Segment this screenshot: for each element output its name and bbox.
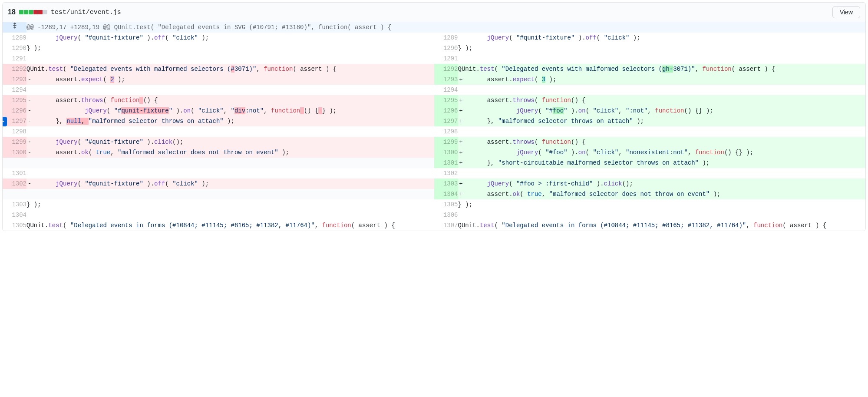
code-old[interactable] [26, 53, 434, 64]
code-new[interactable]: + jQuery( "#foo" ).on( "click", "nonexis… [458, 147, 866, 158]
diff-row: 1289 jQuery( "#qunit-fixture" ).off( "cl… [3, 33, 865, 43]
line-number-new[interactable]: 1290 [434, 43, 458, 53]
diff-row: 1292-QUnit.test( "Delegated events with … [3, 64, 865, 74]
code-old[interactable] [26, 210, 434, 220]
line-number-old[interactable]: 1301 [3, 168, 26, 179]
line-number-new[interactable]: 1298 [434, 126, 458, 137]
view-button[interactable]: View [832, 6, 860, 18]
line-number-old[interactable] [3, 158, 26, 168]
code-old[interactable]: } ); [26, 199, 434, 210]
diffstat-block [19, 10, 23, 14]
code-old[interactable]: - jQuery( "#qunit-fixture" ).click(); [26, 137, 434, 147]
code-old[interactable]: - jQuery( "#qunit-fixture" ).on( "click"… [26, 106, 434, 116]
diffstat-block [43, 10, 47, 14]
code-old[interactable]: - assert.throws( function () { [26, 95, 434, 106]
line-number-old[interactable]: 1303 [3, 199, 26, 210]
expand-icon[interactable] [3, 22, 26, 33]
line-number-old[interactable]: 1300 [3, 147, 26, 158]
line-number-old[interactable]: 1293 [3, 74, 26, 85]
line-number-old[interactable]: 1296 [3, 106, 26, 116]
code-new[interactable] [458, 53, 866, 64]
code-new[interactable]: + }, "malformed selector throws on attac… [458, 116, 866, 126]
line-number-new[interactable]: 1303 [434, 179, 458, 189]
code-old[interactable]: -QUnit.test( "Delegated events with malf… [26, 64, 434, 74]
code-new[interactable]: } ); [458, 199, 866, 210]
diff-row: 1301 1302 [3, 168, 865, 179]
line-number-new[interactable]: 1305 [434, 199, 458, 210]
diff-row: 1305 QUnit.test( "Delegated events in fo… [3, 220, 865, 231]
code-new[interactable]: } ); [458, 43, 866, 53]
code-old[interactable]: - assert.expect( 2 ); [26, 74, 434, 85]
diff-row: 1294 1294 [3, 85, 865, 95]
line-number-new[interactable]: 1304 [434, 189, 458, 199]
code-new[interactable]: + assert.ok( true, "malformed selector d… [458, 189, 866, 199]
line-number-new[interactable]: 1306 [434, 210, 458, 220]
line-number-new[interactable]: 1302 [434, 168, 458, 179]
diff-row: 1303 } );1305 } ); [3, 199, 865, 210]
line-number-new[interactable]: 1307 [434, 220, 458, 231]
code-old[interactable] [26, 158, 434, 168]
add-comment-button[interactable]: + [2, 117, 7, 126]
line-number-new[interactable]: 1293 [434, 74, 458, 85]
code-old[interactable] [26, 126, 434, 137]
line-number-old[interactable]: 1291 [3, 53, 26, 64]
line-number-old[interactable]: 1298 [3, 126, 26, 137]
diff-row: 1297+- }, null, "malformed selector thro… [3, 116, 865, 126]
line-number-new[interactable]: 1289 [434, 33, 458, 43]
diff-row: 1300- assert.ok( true, "malformed select… [3, 147, 865, 158]
diff-count: 18 [8, 8, 16, 16]
file-header: 18 test/unit/event.js View [3, 3, 865, 22]
code-old[interactable]: QUnit.test( "Delegated events in forms (… [26, 220, 434, 231]
code-old[interactable] [26, 85, 434, 95]
line-number-new[interactable]: 1299 [434, 137, 458, 147]
line-number-new[interactable]: 1297 [434, 116, 458, 126]
line-number-old[interactable] [3, 189, 26, 199]
hunk-header: @@ -1289,17 +1289,19 @@ QUnit.test( "Del… [3, 22, 865, 33]
code-new[interactable]: + assert.throws( function() { [458, 137, 866, 147]
code-new[interactable] [458, 126, 866, 137]
line-number-old[interactable]: 1304 [3, 210, 26, 220]
code-new[interactable]: + assert.expect( 3 ); [458, 74, 866, 85]
code-new[interactable] [458, 168, 866, 179]
code-old[interactable] [26, 168, 434, 179]
code-old[interactable] [26, 189, 434, 199]
code-new[interactable]: QUnit.test( "Delegated events in forms (… [458, 220, 866, 231]
line-number-new[interactable]: 1300 [434, 147, 458, 158]
line-number-new[interactable]: 1292 [434, 64, 458, 74]
code-old[interactable]: - jQuery( "#qunit-fixture" ).off( "click… [26, 179, 434, 189]
hunk-text: @@ -1289,17 +1289,19 @@ QUnit.test( "Del… [26, 22, 865, 33]
line-number-new[interactable]: 1301 [434, 158, 458, 168]
diffstat-block [24, 10, 28, 14]
code-new[interactable]: + jQuery( "#foo" ).on( "click", ":not", … [458, 106, 866, 116]
line-number-old[interactable]: 1289 [3, 33, 26, 43]
code-new[interactable]: + }, "short-circuitable malformed select… [458, 158, 866, 168]
line-number-old[interactable]: 1305 [3, 220, 26, 231]
line-number-new[interactable]: 1295 [434, 95, 458, 106]
line-number-new[interactable]: 1296 [434, 106, 458, 116]
line-number-old[interactable]: 1292 [3, 64, 26, 74]
code-new[interactable] [458, 210, 866, 220]
code-new[interactable]: +QUnit.test( "Delegated events with malf… [458, 64, 866, 74]
line-number-old[interactable]: 1294 [3, 85, 26, 95]
line-number-new[interactable]: 1294 [434, 85, 458, 95]
diff-row: 1304+ assert.ok( true, "malformed select… [3, 189, 865, 199]
line-number-old[interactable]: 1297+ [3, 116, 26, 126]
code-new[interactable]: jQuery( "#qunit-fixture" ).off( "click" … [458, 33, 866, 43]
file-path[interactable]: test/unit/event.js [51, 9, 121, 16]
code-old[interactable]: jQuery( "#qunit-fixture" ).off( "click" … [26, 33, 434, 43]
diff-row: 1302- jQuery( "#qunit-fixture" ).off( "c… [3, 179, 865, 189]
line-number-old[interactable]: 1290 [3, 43, 26, 53]
line-number-new[interactable]: 1291 [434, 53, 458, 64]
diff-table: @@ -1289,17 +1289,19 @@ QUnit.test( "Del… [3, 22, 865, 231]
code-old[interactable]: - }, null, "malformed selector throws on… [26, 116, 434, 126]
code-new[interactable]: + assert.throws( function() { [458, 95, 866, 106]
code-new[interactable] [458, 85, 866, 95]
code-old[interactable]: } ); [26, 43, 434, 53]
diff-row: 1299- jQuery( "#qunit-fixture" ).click()… [3, 137, 865, 147]
diffstat [19, 10, 47, 14]
line-number-old[interactable]: 1295 [3, 95, 26, 106]
code-old[interactable]: - assert.ok( true, "malformed selector d… [26, 147, 434, 158]
line-number-old[interactable]: 1299 [3, 137, 26, 147]
line-number-old[interactable]: 1302 [3, 179, 26, 189]
code-new[interactable]: + jQuery( "#foo > :first-child" ).click(… [458, 179, 866, 189]
